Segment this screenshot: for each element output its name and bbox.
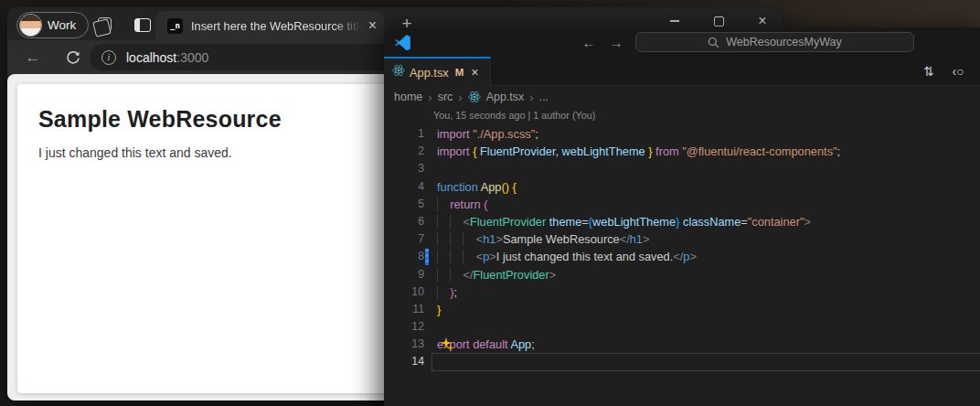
- vscode-tabbar: App.tsx M × ⇅ ‹○ ○: [384, 57, 980, 86]
- profile-button[interactable]: Work: [16, 12, 89, 38]
- code-line-13[interactable]: 13export default App;: [384, 336, 980, 353]
- breadcrumb-item[interactable]: App.tsx: [486, 91, 525, 103]
- code-line-3[interactable]: 3: [384, 160, 980, 177]
- nav-forward-icon[interactable]: →: [606, 27, 626, 57]
- browser-tab[interactable]: _n Insert here the WebResource title ×: [155, 11, 384, 40]
- line-number: 6: [384, 213, 424, 230]
- modified-badge: M: [455, 67, 464, 78]
- line-number: 4: [384, 178, 424, 196]
- current-line-highlight: [431, 353, 980, 370]
- react-icon: [468, 91, 481, 103]
- code-line-1[interactable]: 1import "./App.scss";: [384, 125, 980, 143]
- breadcrumb-separator: ›: [428, 91, 431, 104]
- breadcrumb-item[interactable]: home: [394, 91, 422, 103]
- modified-gutter-marker: [425, 249, 429, 264]
- code-line-6[interactable]: 6 <FluentProvider theme={webLightTheme} …: [384, 213, 980, 230]
- code-line-5[interactable]: 5 return (: [384, 196, 980, 213]
- code-line-12[interactable]: 12: [384, 318, 980, 336]
- react-icon: [468, 91, 481, 103]
- tab-close-icon[interactable]: ×: [368, 18, 377, 33]
- profile-label: Work: [48, 18, 76, 32]
- code-line-8[interactable]: 8 <p>I just changed this text and saved.…: [384, 248, 980, 265]
- code-line-14[interactable]: 14: [384, 353, 980, 370]
- code-line-10[interactable]: 10 );: [384, 283, 980, 301]
- nav-back-icon[interactable]: ←: [579, 27, 599, 57]
- vscode-tab-close-icon[interactable]: ×: [471, 65, 478, 80]
- line-number: 14: [384, 353, 424, 370]
- line-number: 13: [384, 336, 424, 353]
- vscode-tab-label: App.tsx: [410, 66, 449, 80]
- line-number: 1: [384, 125, 424, 143]
- react-icon-slot: [392, 64, 405, 80]
- search-icon: [708, 37, 719, 48]
- code-text: function App() {: [437, 178, 517, 196]
- code-editor[interactable]: 1import "./App.scss";2import { FluentPro…: [384, 125, 980, 371]
- line-number: 5: [384, 196, 424, 213]
- code-text: </FluentProvider>: [437, 266, 556, 283]
- line-number: 3: [384, 160, 424, 177]
- code-line-9[interactable]: 9 </FluentProvider>: [384, 266, 980, 283]
- tab-favicon-icon: _n: [167, 18, 183, 34]
- line-number: 2: [384, 143, 424, 160]
- code-text: <p>I just changed this text and saved.</…: [437, 248, 697, 265]
- line-number: 11: [384, 301, 424, 318]
- editor-actions: ⇅ ‹○ ○: [920, 57, 980, 86]
- codelens-annotation[interactable]: You, 15 seconds ago | 1 author (You): [384, 110, 980, 124]
- code-text: return (: [437, 196, 488, 213]
- refresh-icon[interactable]: [62, 40, 84, 74]
- copilot-sparkle-icon[interactable]: [441, 337, 453, 351]
- code-text: <h1>Sample WebResource</h1>: [437, 230, 649, 248]
- react-icon: [392, 64, 405, 77]
- url-text: localhost:3000: [126, 50, 208, 65]
- breadcrumb-item[interactable]: ...: [539, 91, 549, 103]
- breadcrumb: home›src› App.tsx›...: [384, 86, 980, 108]
- search-value: WebResourcesMyWay: [726, 36, 841, 48]
- code-line-11[interactable]: 11}: [384, 301, 980, 318]
- tab-title: Insert here the WebResource title: [191, 19, 365, 33]
- url-port: :3000: [176, 50, 208, 65]
- code-text: import { FluentProvider, webLightTheme }…: [437, 143, 840, 160]
- command-center-search[interactable]: WebResourcesMyWay: [635, 32, 914, 52]
- workspaces-icon[interactable]: [98, 17, 112, 31]
- line-number: 10: [384, 283, 424, 301]
- line-number: 12: [384, 318, 424, 336]
- vscode-titlebar: ← → WebResourcesMyWay: [384, 27, 980, 57]
- code-line-2[interactable]: 2import { FluentProvider, webLightTheme …: [384, 143, 980, 160]
- breadcrumb-separator: ›: [529, 91, 533, 104]
- code-text: }: [437, 301, 441, 318]
- vscode-logo-icon[interactable]: [394, 33, 411, 54]
- line-number: 9: [384, 266, 424, 283]
- breadcrumb-separator: ›: [458, 91, 462, 104]
- code-line-4[interactable]: 4function App() {: [384, 178, 980, 196]
- vscode-tab-apptsx[interactable]: App.tsx M ×: [384, 57, 491, 86]
- code-line-7[interactable]: 7 <h1>Sample WebResource</h1>: [384, 230, 980, 248]
- compare-changes-icon[interactable]: ⇅: [920, 64, 938, 79]
- url-host: localhost: [126, 50, 176, 65]
- code-text: import "./App.scss";: [437, 125, 538, 143]
- tab-actions-icon[interactable]: [134, 18, 151, 32]
- site-info-icon[interactable]: i: [101, 50, 116, 65]
- back-icon[interactable]: ←: [22, 40, 44, 74]
- code-text: <FluentProvider theme={webLightTheme} cl…: [437, 213, 811, 230]
- breadcrumb-item[interactable]: src: [438, 91, 453, 103]
- desktop: Work _n Insert here the WebResource titl…: [0, 0, 980, 406]
- open-changes-icon[interactable]: ‹○: [949, 64, 967, 79]
- code-text: );: [437, 283, 457, 301]
- vscode-window: ← → WebResourcesMyWay App.tsx M ×: [384, 27, 980, 406]
- line-number: 8: [384, 248, 424, 265]
- profile-avatar: [20, 15, 41, 36]
- line-number: 7: [384, 230, 424, 248]
